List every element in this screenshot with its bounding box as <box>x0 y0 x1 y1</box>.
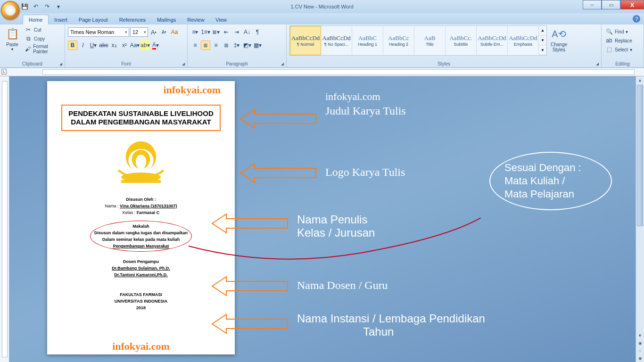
justify-icon[interactable]: ≣ <box>222 41 231 50</box>
clipboard-launcher[interactable]: ◢ <box>58 61 64 66</box>
bullets-icon[interactable]: ≡▾ <box>190 27 200 37</box>
fakultas: FAKULTAS FARMASI <box>61 291 221 298</box>
ribbon-tabs: Home Insert Page Layout References Maili… <box>0 13 644 25</box>
minimize-button[interactable]: ─ <box>583 0 602 9</box>
replace-button[interactable]: abReplace <box>604 36 641 45</box>
style-subtitle[interactable]: AaBbCc.Subtitle <box>446 26 477 55</box>
scroll-thumb[interactable] <box>637 85 643 226</box>
cut-button[interactable]: ✂Cut <box>24 25 62 34</box>
highlight-button[interactable]: ab▾ <box>140 41 150 50</box>
clear-format-icon[interactable]: Aa <box>170 27 179 37</box>
borders-icon[interactable]: ▦▾ <box>253 41 262 50</box>
qat-dropdown-icon[interactable]: ▾ <box>54 2 63 11</box>
doc-title-box: PENDEKATAN SUSTAINABLE LIVELIHOOD DALAM … <box>61 105 221 131</box>
underline-button[interactable]: U▾ <box>89 41 98 50</box>
document-canvas[interactable]: infokyai.com PENDEKATAN SUSTAINABLE LIVE… <box>9 76 636 362</box>
maximize-button[interactable]: ▭ <box>602 0 620 9</box>
shading-icon[interactable]: ◩▾ <box>242 41 252 50</box>
change-case-button[interactable]: Aa▾ <box>130 41 140 50</box>
select-button[interactable]: ⬚Select ▾ <box>604 45 641 54</box>
change-styles-button[interactable]: A⟲ Change Styles <box>549 25 569 53</box>
sort-icon[interactable]: A↓ <box>242 27 252 37</box>
style---no-spaci---[interactable]: AaBbCcDd¶ No Spaci... <box>321 26 352 55</box>
redo-icon[interactable]: ↷ <box>42 2 52 11</box>
document-page[interactable]: infokyai.com PENDEKATAN SUSTAINABLE LIVE… <box>47 81 235 354</box>
font-color-button[interactable]: A▾ <box>151 41 160 50</box>
office-button[interactable] <box>1 1 20 20</box>
titlebar: 💾 ↶ ↷ ▾ 1.CV New - Microsoft Word ─ ▭ X <box>0 0 644 13</box>
anno-logo: Logo Karya Tulis <box>325 166 405 179</box>
horizontal-ruler[interactable] <box>0 68 644 76</box>
styles-row-up[interactable]: ▲ <box>539 26 546 36</box>
style-title[interactable]: AaBTitle <box>414 26 446 55</box>
undo-icon[interactable]: ↶ <box>31 2 41 11</box>
bold-button[interactable]: B <box>68 41 77 50</box>
scroll-up-icon[interactable]: ▲ <box>636 76 644 84</box>
style---normal[interactable]: AaBbCcDd¶ Normal <box>290 26 321 55</box>
anno-oval: Sesuai Dengan :Mata Kuliah /Mata Pelajar… <box>489 152 612 210</box>
find-button[interactable]: 🔍Find ▾ <box>604 27 641 36</box>
tab-page-layout[interactable]: Page Layout <box>73 15 114 25</box>
tab-insert[interactable]: Insert <box>49 15 73 25</box>
show-marks-icon[interactable]: ¶ <box>253 27 262 37</box>
font-name-combo[interactable]: Times New Roman <box>68 27 129 37</box>
style-heading-1[interactable]: AaBbCHeading 1 <box>352 26 383 55</box>
vertical-ruler[interactable] <box>0 76 9 362</box>
indent-left-icon[interactable]: ⇤ <box>222 27 231 37</box>
style-emphasis[interactable]: AaBbCcDdEmphasis <box>508 26 539 55</box>
subscript-button[interactable]: x₂ <box>109 41 119 50</box>
save-icon[interactable]: 💾 <box>20 2 29 11</box>
makalah-section: Makalah Disusun dalam rangka tugas dan d… <box>90 221 192 252</box>
replace-icon: ab <box>605 37 613 44</box>
tab-review[interactable]: Review <box>182 15 210 25</box>
shrink-font-icon[interactable]: A▾ <box>159 27 169 37</box>
indent-right-icon[interactable]: ⇥ <box>232 27 241 37</box>
browse-icon[interactable]: ○ <box>636 347 644 354</box>
anno-nama: Nama PenulisKelas / Jurusan <box>297 213 375 239</box>
vertical-scrollbar[interactable]: ▲ ▼ ◉ ○ ◉ <box>636 76 644 362</box>
anno-site: infokyai.com <box>325 90 380 103</box>
align-left-icon[interactable]: ≡ <box>190 41 200 50</box>
window-title: 1.CV New - Microsoft Word <box>290 4 353 9</box>
styles-more[interactable]: ▼ <box>539 45 546 55</box>
disusun-label: Disusun Oleh : <box>61 196 221 203</box>
group-editing: 🔍Find ▾ abReplace ⬚Select ▾ Editing <box>602 25 644 67</box>
universitas: UNIVERSITAS INDONESIA <box>61 298 221 304</box>
paste-button[interactable]: 📋 Paste ▾ <box>3 25 22 52</box>
styles-launcher[interactable]: ◢ <box>594 61 600 66</box>
year: 2018 <box>61 304 221 311</box>
arrow-2 <box>236 159 321 187</box>
dosen-label: Dosen Pengampu <box>61 258 221 265</box>
tab-mailings[interactable]: Mailings <box>151 15 182 25</box>
watermark-bottom: infokyai.com <box>112 340 170 353</box>
tab-view[interactable]: View <box>210 15 232 25</box>
italic-button[interactable]: I <box>78 41 88 50</box>
align-center-icon[interactable]: ≣ <box>201 41 210 50</box>
next-page-icon[interactable]: ◉ <box>636 354 644 362</box>
tab-home[interactable]: Home <box>23 15 49 25</box>
help-icon[interactable]: ? <box>633 15 640 23</box>
font-launcher[interactable]: ◢ <box>181 61 186 66</box>
strike-button[interactable]: abc <box>99 41 108 50</box>
line-spacing-icon[interactable]: ‡▾ <box>232 41 241 50</box>
style-heading-2[interactable]: AaBbCcHeading 2 <box>383 26 414 55</box>
multilevel-icon[interactable]: ≣▾ <box>211 27 221 37</box>
university-logo <box>106 138 176 189</box>
font-size-combo[interactable]: 12 <box>130 27 148 37</box>
close-button[interactable]: X <box>620 0 644 9</box>
grow-font-icon[interactable]: A▴ <box>149 27 158 37</box>
tab-references[interactable]: References <box>114 15 151 25</box>
quick-access-toolbar: 💾 ↶ ↷ ▾ <box>20 2 63 11</box>
find-icon: 🔍 <box>605 28 613 35</box>
superscript-button[interactable]: x² <box>120 41 129 50</box>
styles-row-down[interactable]: ▼ <box>539 36 546 46</box>
prev-page-icon[interactable]: ◉ <box>636 339 644 347</box>
style-subtle-em---[interactable]: AaBbCcDdSubtle Em... <box>477 26 508 55</box>
copy-button[interactable]: ⧉Copy <box>24 34 62 43</box>
align-right-icon[interactable]: ≡ <box>211 41 221 50</box>
format-painter-button[interactable]: 🖌Format Painter <box>24 43 62 55</box>
arrow-3 <box>207 209 292 238</box>
paragraph-launcher[interactable]: ◢ <box>280 61 285 66</box>
numbering-icon[interactable]: 1≡▾ <box>201 27 210 37</box>
scroll-down-icon[interactable]: ▼ <box>636 332 644 339</box>
